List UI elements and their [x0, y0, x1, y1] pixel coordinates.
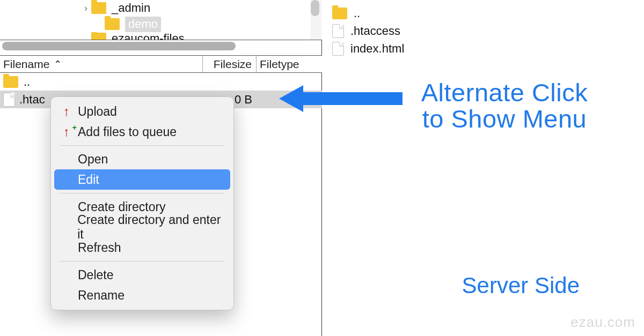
tree-hscroll-thumb[interactable] — [2, 42, 236, 50]
file-icon — [3, 93, 15, 107]
tree-label: _admin — [112, 1, 150, 15]
menu-delete[interactable]: Delete — [54, 265, 230, 285]
remote-file-list[interactable]: .. .htaccess index.html — [323, 0, 644, 57]
file-icon — [332, 24, 344, 38]
menu-label: Edit — [78, 173, 99, 187]
context-menu: ↑ Upload ↑+ Add files to queue Open Edit… — [50, 96, 234, 310]
file-row[interactable]: index.html — [332, 40, 644, 57]
folder-icon — [91, 33, 106, 40]
menu-label: Refresh — [78, 241, 121, 255]
tree-label-selected: demo — [125, 17, 161, 32]
file-name: .htaccess — [350, 24, 400, 38]
menu-separator — [60, 261, 225, 262]
file-row-parent[interactable]: .. — [332, 4, 644, 22]
menu-label: Delete — [78, 268, 113, 282]
annotation-server-side: Server Side — [462, 273, 580, 298]
tree-label: ezaucom-files — [112, 32, 185, 40]
menu-open[interactable]: Open — [54, 149, 230, 169]
tree-item-admin[interactable]: › _admin — [0, 0, 322, 16]
file-name: .htac — [19, 93, 45, 107]
annotation-arrow — [279, 88, 402, 109]
arrow-head-icon — [279, 85, 303, 112]
folder-icon — [105, 18, 120, 30]
menu-add-to-queue[interactable]: ↑+ Add files to queue — [54, 122, 230, 142]
folder-icon — [91, 2, 106, 14]
file-name: .. — [24, 75, 30, 89]
file-name: index.html — [350, 42, 404, 56]
folder-icon — [3, 76, 18, 88]
column-filename[interactable]: Filename ⌃ — [0, 56, 203, 72]
disclosure-icon[interactable]: ⌄ — [80, 33, 91, 40]
local-panel: › _admin demo ⌄ ezaucom-files Filename ⌃… — [0, 0, 322, 336]
folder-icon — [332, 8, 347, 19]
menu-label: Create directory — [78, 200, 166, 214]
annotation-alt-click: Alternate Click to Show Menu — [386, 79, 623, 132]
file-name: .. — [354, 6, 360, 20]
local-folder-tree[interactable]: › _admin demo ⌄ ezaucom-files — [0, 0, 322, 40]
column-label: Filetype — [260, 58, 299, 71]
tree-vscroll-track[interactable] — [311, 0, 321, 40]
remote-panel: .. .htaccess index.html Alternate Click … — [323, 0, 644, 336]
menu-rename[interactable]: Rename — [54, 285, 230, 305]
menu-separator — [60, 193, 225, 193]
menu-label: Add files to queue — [78, 125, 177, 139]
local-column-headers: Filename ⌃ Filesize Filetype — [0, 55, 322, 73]
menu-upload[interactable]: ↑ Upload — [54, 101, 230, 122]
column-filesize[interactable]: Filesize — [203, 56, 257, 72]
column-filetype[interactable]: Filetype — [257, 56, 322, 72]
menu-create-directory-enter[interactable]: Create directory and enter it — [54, 217, 230, 237]
tree-item-demo[interactable]: demo — [0, 16, 322, 32]
menu-label: Create directory and enter it — [77, 213, 225, 242]
menu-label: Open — [78, 152, 108, 167]
menu-label: Rename — [78, 288, 125, 303]
disclosure-icon[interactable]: › — [80, 3, 91, 14]
file-icon — [332, 42, 344, 56]
tree-vscroll-thumb[interactable] — [311, 0, 319, 16]
annotation-line: Alternate Click — [386, 79, 623, 106]
menu-separator — [60, 145, 225, 146]
upload-icon: ↑ — [61, 104, 72, 119]
sort-asc-icon: ⌃ — [54, 58, 62, 70]
file-row-parent[interactable]: .. — [0, 73, 322, 91]
arrow-shaft — [301, 92, 402, 105]
column-label: Filesize — [214, 58, 252, 71]
add-queue-icon: ↑+ — [61, 124, 72, 139]
column-label: Filename — [3, 58, 49, 71]
menu-label: Upload — [78, 104, 117, 119]
watermark: ezau.com — [570, 314, 635, 331]
annotation-line: to Show Menu — [386, 106, 623, 132]
menu-edit[interactable]: Edit — [54, 169, 230, 190]
file-row[interactable]: .htaccess — [332, 22, 644, 40]
tree-item-cutoff[interactable]: ⌄ ezaucom-files — [0, 32, 322, 40]
